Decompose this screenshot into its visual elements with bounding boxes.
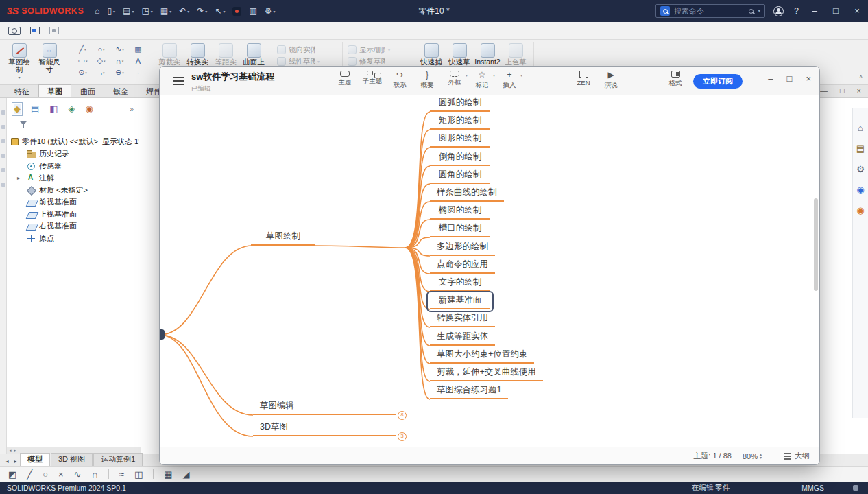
mindmap-branch-topic[interactable]: 3D草图: [253, 421, 396, 436]
line-tool-icon[interactable]: ╱▾: [73, 43, 92, 55]
mindmap-leaf[interactable]: 槽口的绘制: [430, 222, 490, 237]
search-icon[interactable]: [749, 9, 754, 14]
ribbon-tab[interactable]: 草图: [38, 84, 71, 97]
strip-icon[interactable]: [1, 110, 5, 115]
mindmap-leaf[interactable]: 多边形的绘制: [430, 240, 495, 256]
smart-dimension-button[interactable]: 智能尺寸: [34, 42, 64, 73]
outline-toggle[interactable]: 大纲: [784, 451, 810, 461]
mindmap-leaf[interactable]: 矩形的绘制: [430, 114, 490, 130]
mind-minimize-button[interactable]: –: [768, 73, 773, 84]
format-tool[interactable]: 格式: [663, 70, 688, 89]
tree-item[interactable]: 上视基准面: [8, 209, 139, 221]
search-caret-icon[interactable]: ▾: [758, 8, 760, 14]
strip-icon[interactable]: [1, 139, 5, 143]
mind-tool-subtopic[interactable]: 子主题: [360, 70, 385, 91]
command-search[interactable]: 搜索命令 ▾: [655, 4, 765, 18]
minimize-button[interactable]: –: [809, 0, 820, 22]
text-tool-icon[interactable]: A: [129, 55, 147, 67]
document-tab[interactable]: 模型: [20, 453, 50, 466]
offset-tool-icon[interactable]: ≈: [119, 469, 124, 480]
mindmap-leaf[interactable]: 生成等距实体: [430, 330, 495, 346]
featuremanager-tab-icon[interactable]: ◆: [14, 104, 21, 114]
home-icon[interactable]: ⌂: [858, 123, 863, 133]
record-video-icon[interactable]: [49, 27, 59, 34]
open-icon[interactable]: ▤▾: [123, 6, 134, 16]
doc-close-icon[interactable]: ×: [857, 86, 861, 95]
displaymanager-tab-icon[interactable]: ◉: [86, 104, 93, 114]
strip-icon[interactable]: [1, 154, 5, 158]
options-icon[interactable]: ⚙▾: [265, 6, 276, 16]
doc-minimize-icon[interactable]: —: [820, 86, 828, 95]
circle-tool-icon[interactable]: ○: [43, 469, 48, 480]
redo-icon[interactable]: ↷▾: [197, 6, 207, 16]
settings-icon[interactable]: ⚙: [856, 164, 865, 174]
mindmap-branch-topic[interactable]: 草图编辑: [253, 399, 396, 415]
record-icon[interactable]: ●: [232, 7, 241, 16]
strip-icon[interactable]: [1, 168, 5, 172]
expand-arrow-icon[interactable]: ▸: [17, 175, 23, 181]
mindmap-leaf[interactable]: 圆角的绘制: [430, 168, 490, 184]
mindmap-branch-topic[interactable]: 草图绘制: [251, 230, 315, 246]
strip-icon[interactable]: [1, 125, 5, 129]
mindmap-leaf[interactable]: 样条曲线的绘制: [430, 186, 504, 202]
design-library-icon[interactable]: ▤: [856, 143, 865, 154]
close-button[interactable]: ×: [852, 0, 863, 22]
pattern-tool-icon[interactable]: ▦: [129, 43, 147, 55]
tree-item[interactable]: 右视基准面: [8, 220, 139, 233]
trim-tool-icon[interactable]: ×: [58, 469, 64, 480]
tree-item[interactable]: 原点: [8, 233, 139, 245]
mind-scrollbar[interactable]: [813, 95, 819, 447]
slot-tool-icon[interactable]: ⊖▾: [110, 67, 129, 78]
mindmap-leaf[interactable]: 转换实体引用: [430, 311, 495, 327]
tree-item[interactable]: 传感器: [8, 161, 139, 173]
screenshot-camera-icon[interactable]: [8, 27, 21, 35]
account-icon[interactable]: [773, 6, 784, 16]
root-topic-partial[interactable]: [160, 329, 165, 340]
save-icon[interactable]: ◳▾: [141, 6, 152, 16]
ribbon-tab[interactable]: 钣金: [104, 84, 137, 97]
arc-tool-icon[interactable]: ∩: [91, 469, 97, 480]
zoom-control[interactable]: 80% ▴▾: [743, 452, 762, 460]
mind-close-button[interactable]: ×: [806, 73, 811, 84]
mindmap-leaf[interactable]: 圆形的绘制: [430, 132, 490, 148]
mindmap-leaf[interactable]: 新建基准面: [430, 294, 490, 309]
tree-item[interactable]: ▸注解: [8, 172, 139, 185]
fillet-tool-icon[interactable]: ¬▾: [92, 67, 110, 78]
filter-icon[interactable]: [19, 121, 27, 128]
community-icon[interactable]: ◉: [856, 185, 864, 195]
strip-icon[interactable]: [1, 183, 5, 187]
task-pane-icon[interactable]: ▥: [249, 6, 256, 16]
ribbon-collapse-icon[interactable]: ^: [859, 75, 863, 82]
ribbon-tab[interactable]: 曲面: [71, 84, 104, 97]
doc-restore-icon[interactable]: □: [840, 86, 845, 95]
dimxpert-tab-icon[interactable]: ◈: [69, 104, 75, 114]
home-icon[interactable]: ⌂: [95, 6, 99, 16]
line-tool-icon[interactable]: ╱: [27, 469, 32, 480]
rectangle-tool-icon[interactable]: ▭▾: [73, 55, 92, 67]
status-units[interactable]: MMGS: [801, 484, 824, 492]
mind-tool-topic[interactable]: 主题: [333, 70, 357, 91]
menu-icon[interactable]: [173, 77, 184, 78]
subscribe-button[interactable]: 立即订阅: [693, 74, 743, 89]
mind-tool-zen[interactable]: ZEN: [571, 70, 596, 91]
sketch-button[interactable]: 草图绘制 ▾: [4, 42, 34, 82]
tree-item[interactable]: 材质 <未指定>: [8, 185, 139, 197]
select-tool-icon[interactable]: ◩: [8, 469, 16, 480]
tab-scroll-left-icon[interactable]: ◂: [3, 458, 11, 466]
mind-tool-relationship[interactable]: ↪联系: [387, 70, 412, 91]
mindmap-leaf[interactable]: 文字的绘制: [430, 276, 490, 292]
collapse-badge[interactable]: 3: [398, 432, 407, 441]
ellipse-tool-icon[interactable]: ⊙▾: [73, 67, 92, 78]
mind-tool-present[interactable]: ▶演说: [599, 70, 623, 91]
ribbon-tab[interactable]: 特征: [5, 84, 38, 97]
new-document-icon[interactable]: ▯▾: [107, 6, 115, 16]
document-tab[interactable]: 3D 视图: [51, 453, 93, 466]
help-icon[interactable]: ?: [794, 6, 799, 16]
point-tool-icon[interactable]: ·: [129, 67, 147, 78]
mind-maximize-button[interactable]: □: [787, 73, 793, 84]
mindmap-leaf[interactable]: 椭圆的绘制: [430, 204, 490, 220]
mindmap-leaf[interactable]: 倒角的绘制: [430, 150, 490, 166]
expand-panel-icon[interactable]: »: [130, 106, 134, 113]
mindmap-leaf[interactable]: 剪裁，延伸+交叉曲线使用: [430, 366, 543, 381]
mind-canvas[interactable]: 圆弧的绘制矩形的绘制圆形的绘制倒角的绘制圆角的绘制样条曲线的绘制椭圆的绘制槽口的…: [160, 95, 819, 447]
